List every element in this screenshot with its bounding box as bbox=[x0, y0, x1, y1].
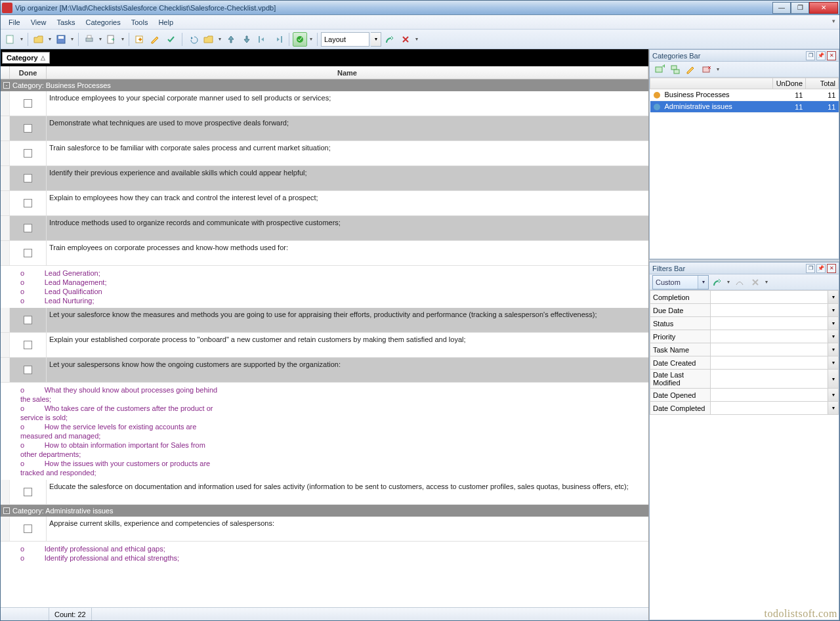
layout-combo[interactable]: Layout bbox=[321, 32, 369, 47]
outdent-button[interactable] bbox=[255, 32, 270, 47]
done-checkbox[interactable] bbox=[24, 124, 32, 133]
task-row[interactable]: Educate the salesforce on documentation … bbox=[1, 480, 648, 505]
task-row[interactable]: Introduce employees to your special corp… bbox=[1, 91, 648, 116]
clear-filter-button[interactable] bbox=[732, 275, 747, 289]
menu-tasks[interactable]: Tasks bbox=[51, 16, 80, 28]
chevron-down-icon[interactable]: ▾ bbox=[828, 343, 838, 356]
save-button[interactable] bbox=[54, 32, 68, 47]
menu-tools[interactable]: Tools bbox=[126, 16, 154, 28]
save-layout-button[interactable] bbox=[383, 32, 397, 47]
name-column-header[interactable]: Name bbox=[47, 66, 648, 79]
chevron-down-icon[interactable]: ▾ bbox=[828, 402, 838, 414]
apply-filter-dropdown-icon[interactable]: ▾ bbox=[726, 275, 731, 289]
task-row[interactable]: Train salesforce to be familiar with cor… bbox=[1, 141, 648, 166]
done-checkbox[interactable] bbox=[24, 249, 32, 257]
add-category-button[interactable]: + bbox=[652, 62, 667, 77]
task-row[interactable]: Identify their previous experience and a… bbox=[1, 166, 648, 191]
remove-filter-button[interactable] bbox=[748, 275, 763, 289]
task-row[interactable]: Let your salespersons know how the ongoi… bbox=[1, 358, 648, 383]
menu-overflow-icon[interactable]: ▾ bbox=[832, 18, 835, 24]
folder-dropdown-icon[interactable]: ▾ bbox=[217, 32, 222, 47]
export-button[interactable] bbox=[104, 32, 119, 47]
done-checkbox[interactable] bbox=[24, 99, 32, 108]
categories-undone-header[interactable]: UnDone bbox=[773, 78, 806, 89]
task-grid[interactable]: -Category: Business ProcessesIntroduce e… bbox=[1, 79, 648, 607]
layout-dropdown-icon[interactable]: ▾ bbox=[371, 32, 381, 47]
done-checkbox[interactable] bbox=[24, 199, 32, 207]
panel-close-icon[interactable]: ✕ bbox=[827, 51, 836, 60]
menu-help[interactable]: Help bbox=[153, 16, 178, 28]
done-checkbox[interactable] bbox=[24, 341, 32, 349]
minimize-button[interactable]: — bbox=[772, 2, 791, 14]
task-row[interactable]: Explain your established corporate proce… bbox=[1, 333, 648, 358]
task-row[interactable]: Appraise current skills, experience and … bbox=[1, 517, 648, 542]
panel-restore-icon[interactable]: ❐ bbox=[806, 264, 815, 273]
done-checkbox[interactable] bbox=[24, 488, 32, 496]
chevron-down-icon[interactable]: ▾ bbox=[828, 370, 838, 388]
chevron-down-icon[interactable]: ▾ bbox=[828, 330, 838, 343]
remove-filter-dropdown-icon[interactable]: ▾ bbox=[764, 275, 769, 289]
complete-task-button[interactable] bbox=[164, 32, 178, 47]
edit-category-button[interactable] bbox=[684, 62, 698, 77]
menu-file[interactable]: File bbox=[3, 16, 26, 28]
delete-category-button[interactable] bbox=[700, 62, 714, 77]
delete-layout-dropdown-icon[interactable]: ▾ bbox=[414, 32, 419, 47]
new-task-button[interactable]: ✦ bbox=[133, 32, 147, 47]
filter-value-cell[interactable]: ▾ bbox=[711, 291, 839, 304]
filter-value-cell[interactable]: ▾ bbox=[711, 402, 839, 415]
export-dropdown-icon[interactable]: ▾ bbox=[120, 32, 125, 47]
category-header[interactable]: -Category: Administrative issues bbox=[1, 505, 648, 517]
expand-column-header[interactable] bbox=[1, 66, 10, 79]
print-dropdown-icon[interactable]: ▾ bbox=[98, 32, 103, 47]
filter-value-cell[interactable]: ▾ bbox=[711, 317, 839, 330]
collapse-icon[interactable]: - bbox=[3, 507, 10, 514]
highlight-dropdown-icon[interactable]: ▾ bbox=[308, 32, 314, 47]
done-checkbox[interactable] bbox=[24, 149, 32, 158]
menu-view[interactable]: View bbox=[26, 16, 52, 28]
done-column-header[interactable]: Done bbox=[10, 66, 47, 79]
print-button[interactable] bbox=[82, 32, 96, 47]
chevron-down-icon[interactable]: ▾ bbox=[828, 291, 838, 303]
done-checkbox[interactable] bbox=[24, 224, 32, 232]
filter-value-cell[interactable]: ▾ bbox=[711, 343, 839, 356]
move-down-button[interactable] bbox=[240, 32, 254, 47]
save-dropdown-icon[interactable]: ▾ bbox=[70, 32, 75, 47]
new-dropdown-icon[interactable]: ▾ bbox=[19, 32, 24, 47]
move-up-button[interactable] bbox=[224, 32, 238, 47]
task-row[interactable]: Demonstrate what techniques are used to … bbox=[1, 116, 648, 141]
close-button[interactable]: ✕ bbox=[809, 2, 838, 14]
categories-total-header[interactable]: Total bbox=[806, 78, 839, 89]
task-row[interactable]: Explain to employees how they can track … bbox=[1, 191, 648, 216]
edit-task-button[interactable] bbox=[148, 32, 163, 47]
done-checkbox[interactable] bbox=[24, 366, 32, 374]
filter-value-cell[interactable]: ▾ bbox=[711, 389, 839, 402]
chevron-down-icon[interactable]: ▾ bbox=[828, 304, 838, 316]
undo-button[interactable] bbox=[186, 32, 200, 47]
chevron-down-icon[interactable]: ▾ bbox=[828, 356, 838, 369]
filter-value-cell[interactable]: ▾ bbox=[711, 330, 839, 343]
filter-value-cell[interactable]: ▾ bbox=[711, 304, 839, 317]
indent-button[interactable] bbox=[271, 32, 285, 47]
highlight-button[interactable] bbox=[293, 32, 307, 47]
chevron-down-icon[interactable]: ▾ bbox=[828, 317, 838, 330]
chevron-down-icon[interactable]: ▾ bbox=[828, 389, 838, 401]
done-checkbox[interactable] bbox=[24, 525, 32, 533]
done-checkbox[interactable] bbox=[24, 316, 32, 324]
panel-pin-icon[interactable]: 📌 bbox=[816, 264, 826, 273]
open-dropdown-icon[interactable]: ▾ bbox=[47, 32, 52, 47]
task-row[interactable]: Introduce methods used to organize recor… bbox=[1, 216, 648, 241]
add-subcategory-button[interactable] bbox=[668, 62, 682, 77]
group-by-bar[interactable]: Category △ bbox=[1, 49, 648, 66]
folder-button[interactable] bbox=[201, 32, 216, 47]
panel-close-icon[interactable]: ✕ bbox=[827, 264, 836, 273]
category-row[interactable]: Business Processes1111 bbox=[650, 89, 839, 101]
panel-restore-icon[interactable]: ❐ bbox=[806, 51, 815, 60]
menu-categories[interactable]: Categories bbox=[81, 16, 126, 28]
filter-value-cell[interactable]: ▾ bbox=[711, 356, 839, 370]
category-header[interactable]: -Category: Business Processes bbox=[1, 79, 648, 91]
apply-filter-button[interactable] bbox=[710, 275, 724, 289]
maximize-button[interactable]: ❐ bbox=[791, 2, 809, 14]
new-button[interactable] bbox=[3, 32, 18, 47]
task-row[interactable]: Train employees on corporate processes a… bbox=[1, 241, 648, 266]
panel-pin-icon[interactable]: 📌 bbox=[816, 51, 826, 60]
